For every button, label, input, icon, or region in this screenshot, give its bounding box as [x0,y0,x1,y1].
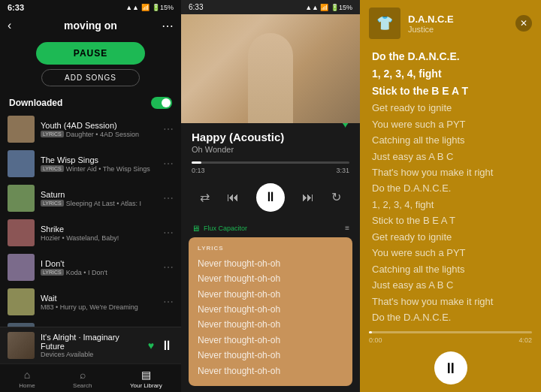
player-lyrics-line-2: Never thought-oh-oh [198,287,343,302]
nav-label-2: Your Library [130,382,162,389]
full-lyrics-line-8: Do the D.A.N.C.E. [372,180,529,196]
nav-label-0: Home [19,382,35,389]
progress-fill [192,161,201,164]
nav-item-your-library[interactable]: ▤ Your Library [130,369,162,389]
nav-item-search[interactable]: ⌕ Search [73,369,92,389]
track-item[interactable]: Youth (4AD Session) LYRICS Daughter • 4A… [0,112,181,146]
track-thumb-5 [8,288,35,315]
track-more-2[interactable]: ⋯ [163,192,174,204]
lyrics-badge: LYRICS [41,200,64,207]
player-lyrics-line-5: Never thought-oh-oh [198,333,343,348]
now-playing-thumb [8,332,35,359]
full-lyrics-line-11: Get ready to ignite [372,229,529,245]
lyrics-full-header: 👕 D.A.N.C.E Justice ✕ [360,0,541,45]
lyrics-track-title: D.A.N.C.E [408,14,508,25]
progress-bar[interactable] [192,161,349,164]
track-artist-2: Sleeping At Last • Atlas: I [66,200,141,207]
track-artist-0: Daughter • 4AD Session [66,131,139,138]
lyrics-play-button[interactable]: ⏸ [434,351,467,384]
status-time-player: 6:33 [189,3,203,11]
now-playing-title: It's Alright · Imaginary Future [41,333,142,351]
track-item[interactable]: Be My Mistake LYRICS The 1975 • A Brief … [0,319,181,327]
more-options-button[interactable]: ⋯ [162,19,174,33]
track-item[interactable]: Saturn LYRICS Sleeping At Last • Atlas: … [0,181,181,216]
full-lyrics-line-15: That's how you make it right [372,294,529,309]
next-button[interactable]: ⏭ [302,191,314,204]
track-meta-1: LYRICS Winter Aid • The Wisp Sings [41,165,157,173]
list-icon[interactable]: ≡ [345,224,349,232]
lyrics-track-artist: Justice [408,25,508,34]
track-item[interactable]: Wait M83 • Hurry up, We're Dreaming ⋯ [0,285,181,319]
playlist-title: moving on [64,20,117,32]
lyrics-current-time: 0:00 [369,336,382,344]
player-lyrics-line-0: Never thought-oh-oh [198,256,343,271]
track-meta-5: M83 • Hurry up, We're Dreaming [41,303,157,311]
full-lyrics-line-16: Do the D.A.N.C.E. [372,309,529,325]
repeat-button[interactable]: ↻ [331,190,341,204]
device-icon: 🖥 [192,224,200,233]
track-more-0[interactable]: ⋯ [163,123,174,135]
track-thumb-1 [8,150,35,177]
lyrics-progress-fill [369,331,372,333]
full-lyrics-line-9: 1, 2, 3, 4, fight [372,197,529,213]
lyrics-close-button[interactable]: ✕ [515,15,532,32]
panel-library: 6:33 ▲▲ 📶 🔋15% ‹ moving on ⋯ PAUSE ADD S… [0,0,181,392]
now-playing-bar[interactable]: It's Alright · Imaginary Future Devices … [0,327,181,363]
lyrics-progress-bar[interactable] [369,331,532,333]
track-item[interactable]: I Don't LYRICS Koda • I Don't ⋯ [0,250,181,285]
play-pause-button[interactable]: ⏸ [256,183,285,212]
download-toggle[interactable] [151,97,172,109]
track-artist-4: Koda • I Don't [66,269,107,276]
full-lyrics-line-6: Just easy as A B C [372,149,529,164]
track-list: Youth (4AD Session) LYRICS Daughter • 4A… [0,112,181,327]
track-meta-4: LYRICS Koda • I Don't [41,269,157,276]
player-song-title: Happy (Acoustic) [192,131,349,143]
player-song-artist: Oh Wonder [192,145,349,154]
now-playing-info: It's Alright · Imaginary Future Devices … [41,333,142,358]
battery-icon: 🔋15% [152,4,174,11]
track-name-2: Saturn [41,190,157,199]
progress-section: 0:13 3:31 [192,161,349,174]
player-body: ♥ Happy (Acoustic) Oh Wonder 0:13 3:31 ⇄… [181,123,360,219]
track-more-1[interactable]: ⋯ [163,158,174,170]
music-icon: 👕 [376,15,393,32]
nav-icon-2: ▤ [141,369,151,381]
pause-button[interactable]: PAUSE [36,42,145,65]
track-more-3[interactable]: ⋯ [163,227,174,239]
track-info-4: I Don't LYRICS Koda • I Don't [41,259,157,276]
track-item[interactable]: Shrike Hozier • Wasteland, Baby! ⋯ [0,216,181,250]
full-lyrics-line-14: Just easy as A B C [372,277,529,293]
track-thumb-3 [8,219,35,246]
previous-button[interactable]: ⏮ [227,191,239,204]
full-lyrics-line-1: 1, 2, 3, 4, fight [372,65,529,83]
play-pause-mini-button[interactable]: ⏸ [160,338,174,354]
now-playing-actions: ♥ ⏸ [148,338,174,354]
track-more-5[interactable]: ⋯ [163,296,174,308]
lyrics-section: LYRICS Never thought-oh-ohNever thought-… [189,237,352,386]
add-songs-button[interactable]: ADD SONGS [41,69,140,86]
bottom-nav: ⌂ Home ⌕ Search ▤ Your Library [0,363,181,392]
nav-item-home[interactable]: ⌂ Home [19,369,35,389]
track-info-0: Youth (4AD Session) LYRICS Daughter • 4A… [41,121,157,138]
track-meta-0: LYRICS Daughter • 4AD Session [41,131,157,138]
track-name-5: Wait [41,294,157,303]
full-lyrics-line-4: You were such a PYT [372,116,529,132]
track-item[interactable]: The Wisp Sings LYRICS Winter Aid • The W… [0,146,181,181]
signal-icon: 📶 [141,4,150,11]
progress-total: 3:31 [336,167,349,174]
track-artist-3: Hozier • Wasteland, Baby! [41,234,119,242]
back-button[interactable]: ‹ [8,19,11,32]
track-meta-3: Hozier • Wasteland, Baby! [41,234,157,242]
status-bar-player: 6:33 ▲▲ 📶 🔋15% [181,0,360,14]
player-lyrics-line-4: Never thought-oh-oh [198,317,343,332]
downloaded-label: Downloaded [9,98,62,108]
shuffle-button[interactable]: ⇄ [200,190,210,204]
nav-icon-0: ⌂ [24,369,30,381]
track-more-4[interactable]: ⋯ [163,261,174,273]
album-art-figure [248,33,293,123]
album-art [181,14,360,123]
library-header: ‹ moving on ⋯ [0,15,181,36]
track-thumb-4 [8,254,35,281]
like-button[interactable]: ♥ [148,339,154,351]
status-bar-library: 6:33 ▲▲ 📶 🔋15% [0,0,181,15]
